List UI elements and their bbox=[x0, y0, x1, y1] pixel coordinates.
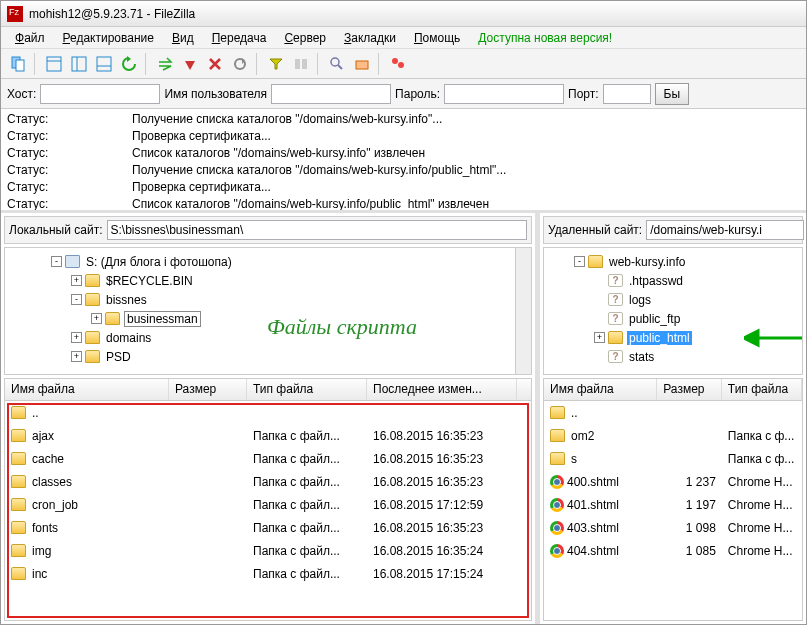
filezilla-window[interactable]: mohish12@5.9.23.71 - FileZilla ФайлРедак… bbox=[0, 0, 807, 625]
bookmark-button[interactable] bbox=[387, 53, 409, 75]
pass-input[interactable] bbox=[444, 84, 564, 104]
scrollbar[interactable] bbox=[515, 248, 531, 374]
tree-node[interactable]: ?logs bbox=[544, 290, 802, 309]
expand-toggle[interactable]: + bbox=[71, 332, 82, 343]
refresh-button[interactable] bbox=[118, 53, 140, 75]
remote-list-body[interactable]: ..om2Папка с ф...sПапка с ф...400.shtml1… bbox=[544, 401, 802, 620]
list-row[interactable]: imgПапка с файл...16.08.2015 16:35:24 bbox=[5, 539, 531, 562]
tree-label[interactable]: .htpasswd bbox=[627, 274, 685, 288]
menu-item-1[interactable]: Редактирование bbox=[55, 29, 162, 47]
tree-label[interactable]: PSD bbox=[104, 350, 133, 364]
column-header[interactable]: Имя файла bbox=[5, 379, 169, 400]
tree-label[interactable]: $RECYCLE.BIN bbox=[104, 274, 195, 288]
toggle-queue-button[interactable] bbox=[93, 53, 115, 75]
list-row[interactable]: classesПапка с файл...16.08.2015 16:35:2… bbox=[5, 470, 531, 493]
svg-line-12 bbox=[338, 65, 342, 69]
list-row[interactable]: cron_jobПапка с файл...16.08.2015 17:12:… bbox=[5, 493, 531, 516]
search-button[interactable] bbox=[351, 53, 373, 75]
tree-label[interactable]: public_ftp bbox=[627, 312, 682, 326]
list-row[interactable]: cacheПапка с файл...16.08.2015 16:35:23 bbox=[5, 447, 531, 470]
cell-name: 404.shtml bbox=[544, 542, 657, 560]
list-row[interactable]: ajaxПапка с файл...16.08.2015 16:35:23 bbox=[5, 424, 531, 447]
message-log[interactable]: Статус:Получение списка каталогов "/doma… bbox=[1, 109, 806, 213]
tree-node[interactable]: +domains bbox=[5, 328, 531, 347]
tree-node[interactable]: +businessman bbox=[5, 309, 531, 328]
cancel-button[interactable] bbox=[179, 53, 201, 75]
cell-type bbox=[247, 411, 367, 415]
column-header[interactable]: Размер bbox=[657, 379, 722, 400]
expand-spacer bbox=[594, 294, 605, 305]
filter-button[interactable] bbox=[265, 53, 287, 75]
list-row[interactable]: 401.shtml1 197Chrome H... bbox=[544, 493, 802, 516]
remote-tree[interactable]: -web-kursy.info?.htpasswd?logs?public_ft… bbox=[543, 247, 803, 375]
svg-rect-6 bbox=[97, 57, 111, 71]
process-queue-button[interactable] bbox=[154, 53, 176, 75]
compare-button[interactable] bbox=[290, 53, 312, 75]
menu-item-6[interactable]: Помощь bbox=[406, 29, 468, 47]
column-header[interactable]: Последнее измен... bbox=[367, 379, 517, 400]
tree-label[interactable]: web-kursy.info bbox=[607, 255, 687, 269]
tree-node[interactable]: -bissnes bbox=[5, 290, 531, 309]
menu-item-4[interactable]: Сервер bbox=[276, 29, 334, 47]
tree-label[interactable]: public_html bbox=[627, 331, 692, 345]
column-header[interactable]: Тип файла bbox=[722, 379, 802, 400]
list-row[interactable]: 403.shtml1 098Chrome H... bbox=[544, 516, 802, 539]
menu-item-5[interactable]: Закладки bbox=[336, 29, 404, 47]
sync-browse-button[interactable] bbox=[326, 53, 348, 75]
cell-name: 401.shtml bbox=[544, 496, 657, 514]
tree-node[interactable]: +$RECYCLE.BIN bbox=[5, 271, 531, 290]
list-row[interactable]: 404.shtml1 085Chrome H... bbox=[544, 539, 802, 562]
local-path-input[interactable] bbox=[107, 220, 528, 240]
toggle-tree-button[interactable] bbox=[68, 53, 90, 75]
expand-toggle[interactable]: + bbox=[91, 313, 102, 324]
local-tree[interactable]: -S: (Для блога і фотошопа)+$RECYCLE.BIN-… bbox=[4, 247, 532, 375]
log-msg: Список каталогов "/domains/web-kursy.inf… bbox=[132, 196, 489, 213]
list-row[interactable]: fontsПапка с файл...16.08.2015 16:35:23 bbox=[5, 516, 531, 539]
list-row[interactable]: .. bbox=[544, 401, 802, 424]
sitemanager-button[interactable] bbox=[7, 53, 29, 75]
menu-item-7[interactable]: Доступна новая версия! bbox=[470, 29, 620, 47]
menu-item-2[interactable]: Вид bbox=[164, 29, 202, 47]
tree-node[interactable]: ?.htpasswd bbox=[544, 271, 802, 290]
tree-label[interactable]: domains bbox=[104, 331, 153, 345]
tree-label[interactable]: S: (Для блога і фотошопа) bbox=[84, 255, 234, 269]
expand-toggle[interactable]: - bbox=[51, 256, 62, 267]
quickconnect-button[interactable]: Бы bbox=[655, 83, 690, 105]
disconnect-button[interactable] bbox=[204, 53, 226, 75]
tree-label[interactable]: stats bbox=[627, 350, 656, 364]
tree-node[interactable]: ?stats bbox=[544, 347, 802, 366]
tree-node[interactable]: -S: (Для блога і фотошопа) bbox=[5, 252, 531, 271]
expand-toggle[interactable]: - bbox=[71, 294, 82, 305]
remote-list-header[interactable]: Имя файлаРазмерТип файла bbox=[544, 379, 802, 401]
list-row[interactable]: sПапка с ф... bbox=[544, 447, 802, 470]
reconnect-button[interactable] bbox=[229, 53, 251, 75]
tree-node[interactable]: -web-kursy.info bbox=[544, 252, 802, 271]
tree-label[interactable]: bissnes bbox=[104, 293, 149, 307]
tree-node[interactable]: +PSD bbox=[5, 347, 531, 366]
port-input[interactable] bbox=[603, 84, 651, 104]
tree-label[interactable]: businessman bbox=[124, 311, 201, 327]
expand-toggle[interactable]: + bbox=[71, 351, 82, 362]
column-header[interactable]: Имя файла bbox=[544, 379, 657, 400]
remote-path-input[interactable] bbox=[646, 220, 804, 240]
menu-item-3[interactable]: Передача bbox=[204, 29, 275, 47]
local-list-header[interactable]: Имя файлаРазмерТип файлаПоследнее измен.… bbox=[5, 379, 531, 401]
tree-node[interactable]: ?public_ftp bbox=[544, 309, 802, 328]
local-list[interactable]: Имя файлаРазмерТип файлаПоследнее измен.… bbox=[4, 378, 532, 621]
local-list-body[interactable]: ..ajaxПапка с файл...16.08.2015 16:35:23… bbox=[5, 401, 531, 620]
tree-label[interactable]: logs bbox=[627, 293, 653, 307]
expand-toggle[interactable]: + bbox=[71, 275, 82, 286]
list-row[interactable]: .. bbox=[5, 401, 531, 424]
expand-toggle[interactable]: + bbox=[594, 332, 605, 343]
list-row[interactable]: 400.shtml1 237Chrome H... bbox=[544, 470, 802, 493]
list-row[interactable]: incПапка с файл...16.08.2015 17:15:24 bbox=[5, 562, 531, 585]
expand-toggle[interactable]: - bbox=[574, 256, 585, 267]
list-row[interactable]: om2Папка с ф... bbox=[544, 424, 802, 447]
remote-list[interactable]: Имя файлаРазмерТип файла ..om2Папка с ф.… bbox=[543, 378, 803, 621]
host-input[interactable] bbox=[40, 84, 160, 104]
menu-item-0[interactable]: Файл bbox=[7, 29, 53, 47]
column-header[interactable]: Тип файла bbox=[247, 379, 367, 400]
column-header[interactable]: Размер bbox=[169, 379, 247, 400]
toggle-log-button[interactable] bbox=[43, 53, 65, 75]
user-input[interactable] bbox=[271, 84, 391, 104]
